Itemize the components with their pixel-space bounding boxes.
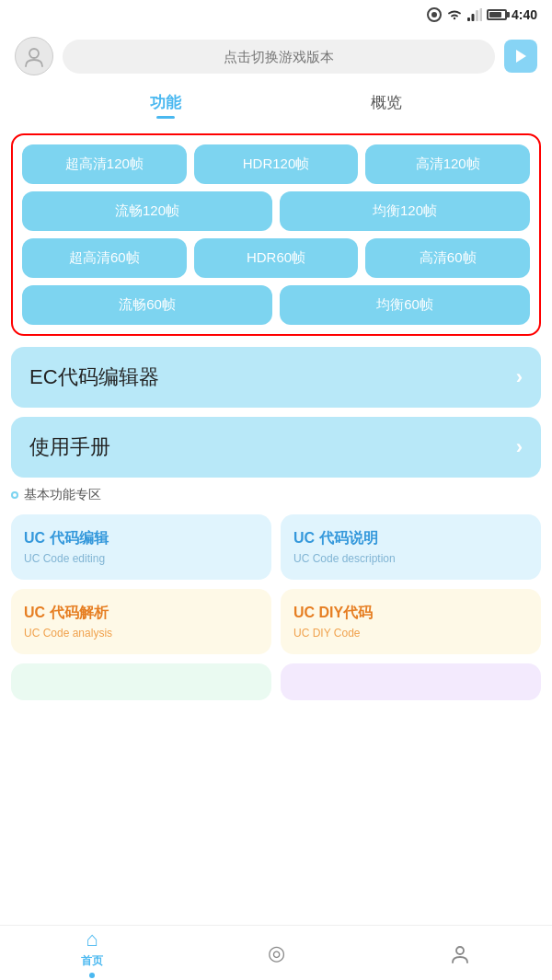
battery-icon xyxy=(487,9,507,20)
bottom-nav: ⌂ 首页 ◎ xyxy=(0,925,552,980)
tab-overview[interactable]: 概览 xyxy=(371,92,402,117)
grid-row-1: 超高清120帧 HDR120帧 高清120帧 xyxy=(22,144,530,184)
svg-point-4 xyxy=(29,49,39,58)
signal-icon xyxy=(467,8,482,21)
tab-features[interactable]: 功能 xyxy=(150,92,181,117)
time-display: 4:40 xyxy=(512,7,537,22)
card-uc-desc[interactable]: UC 代码说明 UC Code description xyxy=(281,514,541,580)
svg-rect-2 xyxy=(476,10,478,21)
basic-section-title: 基本功能专区 xyxy=(11,487,541,503)
card-uc-diy[interactable]: UC DIY代码 UC DIY Code xyxy=(281,589,541,654)
search-input[interactable] xyxy=(63,40,495,74)
btn-ultra-hd-60[interactable]: 超高清60帧 xyxy=(22,238,187,278)
user-avatar-icon xyxy=(22,44,46,68)
compass-icon: ◎ xyxy=(268,941,285,965)
svg-point-5 xyxy=(456,947,464,954)
ec-editor-button[interactable]: EC代码编辑器 › xyxy=(11,347,541,408)
nav-compass[interactable]: ◎ xyxy=(184,941,368,965)
basic-section: 基本功能专区 UC 代码编辑 UC Code editing UC 代码说明 U… xyxy=(11,487,541,700)
partial-card-left[interactable] xyxy=(11,663,271,700)
status-bar: 4:40 xyxy=(0,0,552,29)
header xyxy=(0,29,552,83)
btn-hdr-120[interactable]: HDR120帧 xyxy=(194,144,359,184)
btn-hdr-60[interactable]: HDR60帧 xyxy=(194,238,359,278)
btn-hd-120[interactable]: 高清120帧 xyxy=(365,144,530,184)
home-icon: ⌂ xyxy=(86,928,98,951)
chevron-right-icon: › xyxy=(516,365,523,389)
svg-rect-0 xyxy=(467,17,470,21)
btn-smooth-120[interactable]: 流畅120帧 xyxy=(22,191,272,231)
partial-cards-row xyxy=(11,663,541,700)
tabs-bar: 功能 概览 xyxy=(0,83,552,126)
play-button[interactable] xyxy=(504,40,537,73)
grid-row-4: 流畅60帧 均衡60帧 xyxy=(22,285,530,325)
do-not-disturb-icon xyxy=(427,7,442,22)
nav-home[interactable]: ⌂ 首页 xyxy=(0,928,184,978)
play-icon xyxy=(514,49,527,63)
quality-grid-section: 超高清120帧 HDR120帧 高清120帧 流畅120帧 均衡120帧 超高清… xyxy=(11,133,541,336)
menu-section: EC代码编辑器 › 使用手册 › xyxy=(11,347,541,478)
wifi-icon xyxy=(446,8,463,21)
btn-balanced-60[interactable]: 均衡60帧 xyxy=(280,285,530,325)
grid-row-2: 流畅120帧 均衡120帧 xyxy=(22,191,530,231)
section-dot-icon xyxy=(11,491,18,499)
btn-hd-60[interactable]: 高清60帧 xyxy=(365,238,530,278)
grid-row-3: 超高清60帧 HDR60帧 高清60帧 xyxy=(22,238,530,278)
nav-user[interactable] xyxy=(368,942,552,964)
partial-card-right[interactable] xyxy=(281,663,541,700)
svg-rect-1 xyxy=(471,14,474,21)
btn-smooth-60[interactable]: 流畅60帧 xyxy=(22,285,272,325)
cards-grid: UC 代码编辑 UC Code editing UC 代码说明 UC Code … xyxy=(11,514,541,654)
nav-active-dot xyxy=(89,973,95,978)
card-uc-edit[interactable]: UC 代码编辑 UC Code editing xyxy=(11,514,271,580)
chevron-right-icon-2: › xyxy=(516,435,523,459)
btn-balanced-120[interactable]: 均衡120帧 xyxy=(280,191,530,231)
user-icon xyxy=(449,942,471,964)
status-icons: 4:40 xyxy=(427,7,537,22)
svg-rect-3 xyxy=(479,8,482,21)
manual-button[interactable]: 使用手册 › xyxy=(11,417,541,478)
card-uc-parse[interactable]: UC 代码解析 UC Code analysis xyxy=(11,589,271,654)
btn-ultra-hd-120[interactable]: 超高清120帧 xyxy=(22,144,187,184)
avatar[interactable] xyxy=(15,37,53,75)
